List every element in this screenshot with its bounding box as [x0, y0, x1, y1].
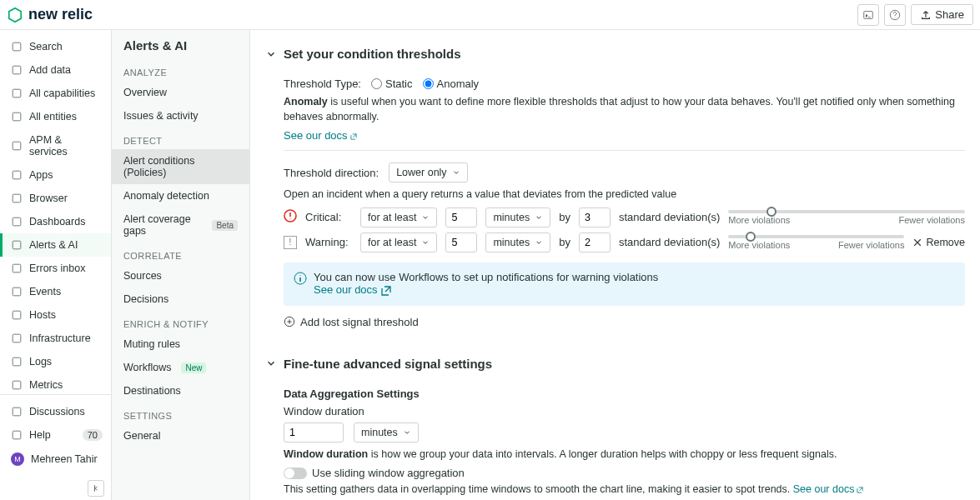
nav-item-all-capabilities[interactable]: All capabilities — [0, 82, 111, 105]
events-icon — [11, 286, 23, 298]
pill-badge: New — [181, 362, 206, 373]
remove-warning-button[interactable]: Remove — [912, 237, 965, 248]
threshold-type-label: Threshold Type: — [284, 78, 361, 90]
sliding-window-toggle[interactable]: Use sliding window aggregation — [284, 467, 965, 479]
nav-item-browser[interactable]: Browser — [0, 187, 111, 210]
nav-item-errors-inbox[interactable]: Errors inbox — [0, 257, 111, 280]
plus-icon — [11, 64, 23, 76]
chevron-down-icon — [265, 48, 277, 60]
window-duration-input[interactable] — [284, 422, 344, 442]
threshold-type-anomaly[interactable]: Anomaly — [423, 78, 480, 90]
collapse-nav-button[interactable] — [88, 480, 104, 497]
critical-dev-input[interactable] — [579, 208, 611, 228]
warning-for-select[interactable]: for at least — [360, 232, 437, 252]
warning-count-input[interactable] — [445, 232, 477, 252]
help-icon — [11, 429, 23, 441]
window-duration-units-select[interactable]: minutes — [354, 422, 419, 442]
logs-icon — [11, 356, 23, 368]
dash-icon — [11, 216, 23, 228]
share-button[interactable]: Share — [911, 4, 973, 25]
agg-settings-heading: Data Aggregation Settings — [284, 388, 965, 400]
critical-units-select[interactable]: minutes — [485, 208, 550, 228]
nav-item-dashboards[interactable]: Dashboards — [0, 210, 111, 233]
sidebar-item-decisions[interactable]: Decisions — [112, 288, 249, 311]
nav-item-search[interactable]: Search — [0, 35, 111, 58]
sidebar-item-destinations[interactable]: Destinations — [112, 379, 249, 402]
section-title: Set your condition thresholds — [284, 47, 461, 61]
critical-slider[interactable]: More violationsFewer violations — [728, 210, 965, 225]
nav-item-infrastructure[interactable]: Infrastructure — [0, 327, 111, 350]
apm-icon — [11, 140, 23, 152]
content-area: Set your condition thresholds Threshold … — [250, 30, 980, 500]
external-link-icon — [856, 486, 864, 494]
warning-label: Warning: — [305, 236, 352, 248]
warning-units-select[interactable]: minutes — [485, 232, 550, 252]
critical-label: Critical: — [305, 211, 352, 223]
logo[interactable]: new relic — [7, 6, 93, 23]
terminal-icon[interactable] — [857, 4, 879, 26]
section-title: Fine-tune advanced signal settings — [284, 357, 492, 371]
help-icon[interactable] — [884, 4, 906, 26]
sidebar-item-overview[interactable]: Overview — [112, 81, 249, 104]
nav-group-label: SETTINGS — [112, 402, 249, 424]
close-icon — [912, 238, 922, 248]
section-toggle[interactable]: Set your condition thresholds — [265, 42, 965, 66]
see-docs-link[interactable]: See our docs — [284, 129, 358, 142]
sidebar-item-workflows[interactable]: WorkflowsNew — [112, 356, 249, 379]
warning-threshold-row: ! Warning: for at least minutes by stand… — [284, 232, 965, 252]
warning-slider[interactable]: More violationsFewer violations — [728, 235, 904, 250]
sidebar-item-sources[interactable]: Sources — [112, 264, 249, 288]
alerts-icon — [11, 239, 23, 251]
sidebar-item-general[interactable]: General — [112, 424, 249, 448]
plus-circle-icon — [284, 316, 295, 328]
threshold-direction-select[interactable]: Lower only — [389, 162, 467, 182]
nav-item-hosts[interactable]: Hosts — [0, 303, 111, 327]
external-link-icon — [379, 284, 393, 298]
sidebar-item-muting-rules[interactable]: Muting rules — [112, 332, 249, 356]
inbox-icon — [11, 262, 23, 274]
banner-docs-link[interactable]: See our docs — [314, 283, 393, 296]
nav-item-apps[interactable]: Apps — [0, 163, 111, 187]
topbar: new relic Share — [0, 0, 980, 30]
nav-group-label: DETECT — [112, 128, 249, 149]
sliding-window-desc: This setting gathers data in overlapping… — [284, 482, 965, 498]
nav-item-metrics[interactable]: Metrics — [0, 373, 111, 394]
external-link-icon — [349, 132, 358, 141]
add-lost-signal-button[interactable]: Add lost signal threshold — [284, 316, 965, 328]
nav-item-all-entities[interactable]: All entities — [0, 105, 111, 128]
nav-item-events[interactable]: Events — [0, 280, 111, 303]
info-icon — [294, 272, 307, 285]
critical-for-select[interactable]: for at least — [360, 208, 437, 228]
browser-icon — [11, 192, 23, 204]
sidebar-item-issues-activity[interactable]: Issues & activity — [112, 104, 249, 128]
sidebar-item-alert-coverage-gaps[interactable]: Alert coverage gapsBeta — [112, 208, 249, 242]
nav-footer-discussions[interactable]: Discussions — [0, 400, 111, 423]
avatar-icon: M — [11, 452, 24, 466]
condition-thresholds-section: Set your condition thresholds Threshold … — [265, 42, 965, 338]
warning-dev-input[interactable] — [579, 232, 611, 252]
window-duration-desc: Window duration is how we group your dat… — [284, 448, 965, 462]
nav-item-alerts-ai[interactable]: Alerts & AI — [0, 233, 111, 257]
sidebar-item-anomaly-detection[interactable]: Anomaly detection — [112, 184, 249, 208]
critical-count-input[interactable] — [445, 208, 477, 228]
critical-threshold-row: Critical: for at least minutes by standa… — [284, 208, 965, 228]
nav-item-add-data[interactable]: Add data — [0, 58, 111, 82]
std-dev-label: standard deviation(s) — [619, 236, 720, 248]
nav-item-logs[interactable]: Logs — [0, 350, 111, 373]
nav-footer-help[interactable]: Help70 — [0, 423, 111, 447]
metrics-icon — [11, 379, 23, 391]
sliding-docs-link[interactable]: See our docs — [793, 483, 865, 495]
sidebar-item-alert-conditions-policies-[interactable]: Alert conditions (Policies) — [112, 149, 249, 184]
section-toggle[interactable]: Fine-tune advanced signal settings — [265, 352, 965, 376]
threshold-type-static[interactable]: Static — [371, 78, 413, 90]
nav-footer-mehreen-tahir[interactable]: MMehreen Tahir — [0, 447, 111, 472]
banner-text: You can now use Workflows to set up noti… — [314, 271, 658, 283]
apps-icon — [11, 169, 23, 181]
grid-icon — [11, 88, 23, 99]
threshold-direction-label: Threshold direction: — [284, 167, 379, 179]
logo-text: new relic — [28, 6, 93, 23]
nav-item-apm-services[interactable]: APM & services — [0, 128, 111, 163]
window-duration-label: Window duration — [284, 405, 965, 418]
nav-group-label: ENRICH & NOTIFY — [112, 311, 249, 332]
discuss-icon — [11, 406, 23, 418]
